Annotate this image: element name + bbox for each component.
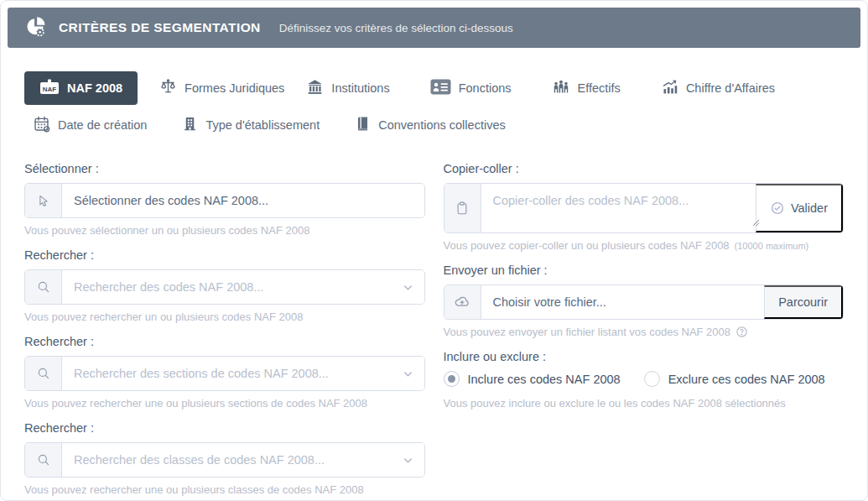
file-name-input[interactable] — [481, 285, 765, 319]
help-circle-icon[interactable] — [735, 326, 748, 338]
search-icon — [25, 357, 62, 390]
left-column: Sélectionner : Vous pouvez sélectionner … — [24, 162, 425, 501]
radio-circle-icon — [644, 371, 660, 387]
upload-file-field: Envoyer un fichier : Parcourir Vous pouv — [444, 264, 845, 338]
search-classes-helper: Vous pouvez rechercher une ou plusieurs … — [24, 483, 425, 496]
select-codes-label: Sélectionner : — [24, 162, 425, 175]
paste-codes-label: Copier-coller : — [444, 162, 845, 175]
tab-label: Type d'établissement — [205, 118, 320, 132]
tab-label: Formes Juridiques — [185, 81, 284, 95]
people-icon — [552, 78, 570, 98]
chevron-down-icon[interactable] — [402, 443, 424, 477]
paste-codes-helper: Vous pouvez copier-coller un ou plusieur… — [444, 239, 845, 252]
include-exclude-label: Inclure ou exclure : — [444, 350, 845, 363]
tab-date-de-creation[interactable]: Date de création — [33, 108, 147, 142]
growth-chart-icon — [661, 78, 678, 98]
page-title: CRITÈRES DE SEGMENTATION — [59, 20, 261, 35]
cloud-upload-icon — [444, 285, 481, 319]
browse-button[interactable]: Parcourir — [764, 285, 843, 319]
criteria-tabs-row-2: Date de création — [1, 110, 867, 140]
bank-icon — [306, 78, 324, 98]
paste-codes-field: Copier-coller : — [444, 162, 845, 252]
include-exclude-helper: Vous pouvez inclure ou exclure le ou les… — [444, 397, 845, 410]
naf-criteria-form: Sélectionner : Vous pouvez sélectionner … — [1, 140, 867, 501]
search-classes-input[interactable] — [62, 443, 402, 477]
tab-conventions-collectives[interactable]: Conventions collectives — [355, 108, 506, 142]
paste-codes-textarea[interactable] — [481, 184, 756, 232]
tab-label: Institutions — [331, 81, 389, 95]
id-card-icon — [430, 79, 451, 97]
page-subtitle: Définissez vos critères de sélection ci-… — [279, 22, 513, 34]
upload-file-helper: Vous pouvez envoyer un fichier listant v… — [444, 326, 845, 338]
panel-header: CRITÈRES DE SEGMENTATION Définissez vos … — [8, 8, 860, 48]
chevron-down-icon[interactable] — [402, 270, 424, 304]
book-icon — [355, 115, 371, 135]
scale-icon — [159, 78, 177, 98]
select-codes-field: Sélectionner : Vous pouvez sélectionner … — [24, 162, 425, 237]
pie-gear-icon — [24, 15, 47, 41]
search-codes-helper: Vous pouvez rechercher un ou plusieurs c… — [24, 311, 425, 323]
select-codes-helper: Vous pouvez sélectionner un ou plusieurs… — [24, 224, 425, 237]
select-codes-input[interactable] — [62, 184, 424, 217]
tab-label: NAF 2008 — [67, 81, 122, 95]
tab-chiffre-affaires[interactable]: Chiffre d'Affaires — [661, 71, 775, 105]
tab-type-etablissement[interactable]: Type d'établissement — [182, 108, 320, 142]
tab-formes-juridiques[interactable]: Formes Juridiques — [159, 71, 284, 105]
search-codes-label: Rechercher : — [24, 248, 425, 262]
search-sections-helper: Vous pouvez rechercher une ou plusieurs … — [24, 397, 425, 410]
search-sections-field: Rechercher : Vous pouvez rechercher une … — [24, 335, 425, 410]
tab-label: Effectifs — [578, 81, 621, 95]
tab-fonctions[interactable]: Fonctions — [430, 71, 512, 105]
exclude-radio[interactable]: Exclure ces codes NAF 2008 — [644, 371, 825, 387]
search-codes-field: Rechercher : Vous pouvez rechercher un o… — [24, 248, 425, 323]
include-radio[interactable]: Inclure ces codes NAF 2008 — [444, 371, 621, 387]
upload-file-label: Envoyer un fichier : — [444, 264, 845, 277]
search-icon — [25, 443, 62, 477]
tab-effectifs[interactable]: Effectifs — [552, 71, 621, 105]
tab-label: Fonctions — [459, 81, 512, 95]
building-icon — [182, 115, 198, 135]
search-classes-field: Rechercher : Vous pouvez rechercher une … — [24, 421, 425, 496]
search-sections-input[interactable] — [62, 357, 402, 390]
search-icon — [25, 270, 62, 304]
search-codes-input[interactable] — [62, 270, 402, 304]
tab-naf-2008[interactable]: NAF NAF 2008 — [24, 71, 138, 105]
tab-institutions[interactable]: Institutions — [306, 71, 389, 105]
chevron-down-icon[interactable] — [402, 357, 424, 390]
svg-text:NAF: NAF — [43, 86, 57, 93]
naf-badge-icon: NAF — [39, 79, 60, 97]
validate-button[interactable]: Valider — [756, 184, 843, 232]
right-column: Copier-coller : — [444, 162, 845, 501]
search-classes-label: Rechercher : — [24, 421, 425, 435]
tab-label: Date de création — [58, 118, 147, 132]
clipboard-icon — [444, 184, 481, 232]
include-exclude-field: Inclure ou exclure : Inclure ces codes N… — [444, 350, 845, 410]
radio-circle-icon — [444, 371, 460, 387]
search-sections-label: Rechercher : — [24, 335, 425, 348]
tab-label: Chiffre d'Affaires — [686, 81, 775, 95]
criteria-tabs-row-1: NAF NAF 2008 Formes Juridiques — [1, 71, 867, 105]
tab-label: Conventions collectives — [378, 118, 506, 132]
segmentation-panel: CRITÈRES DE SEGMENTATION Définissez vos … — [0, 0, 868, 501]
cursor-pointer-icon — [25, 184, 62, 217]
calendar-icon — [33, 115, 50, 135]
